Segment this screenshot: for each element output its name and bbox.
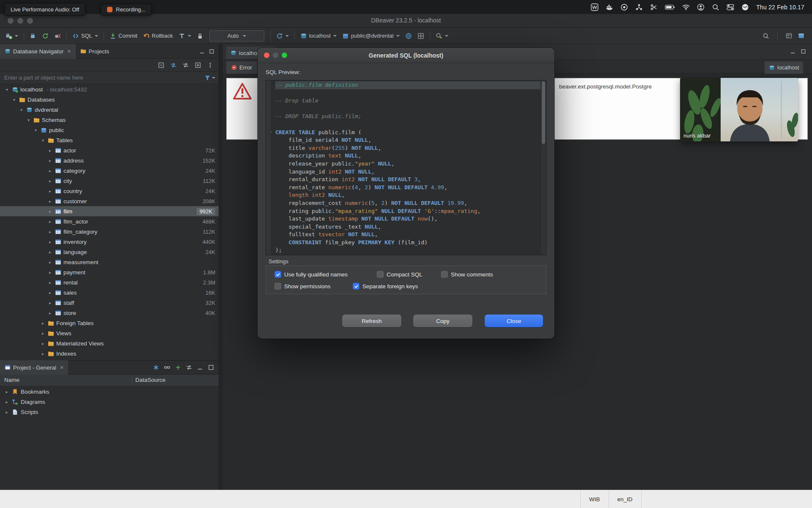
search-icon[interactable] [763,33,769,39]
w-app-icon[interactable] [591,3,598,11]
checkbox-show-comments[interactable]: Show comments [441,271,493,278]
dialog-zoom-button[interactable] [282,52,287,58]
close-button[interactable]: Close [485,315,543,327]
chevron-down-icon[interactable] [285,35,289,37]
chevron-right-icon[interactable]: ▸ [47,311,53,315]
sql-preview-editor[interactable]: -- public.film definition-- Drop table--… [266,80,546,255]
spotlight-icon[interactable] [712,3,719,11]
chevron-right-icon[interactable]: ▸ [47,189,53,193]
tab-error[interactable]: Error [226,61,257,74]
control-center-icon[interactable] [727,3,734,11]
cut-icon[interactable] [650,3,658,11]
commit-button[interactable]: Commit [107,31,140,41]
statusbar-locale[interactable]: en_ID [609,490,641,508]
tree-item-foreign-tables[interactable]: ▸Foreign Tables [0,318,219,328]
close-tab-icon[interactable]: × [60,364,63,371]
swap-icon[interactable] [182,62,189,69]
chevron-right-icon[interactable]: ▸ [40,321,46,326]
chevron-right-icon[interactable]: ▸ [47,168,53,173]
tree-item-sales[interactable]: ▸sales16K [0,287,219,298]
expand-icon[interactable] [195,62,201,69]
tree-item-measurement[interactable]: ▸measurement [0,257,219,267]
chevron-down-icon[interactable] [445,35,448,37]
checked-checkbox-icon[interactable] [274,271,281,278]
chevron-down-icon[interactable]: ▾ [4,87,10,92]
minimize-editor-icon[interactable] [790,49,796,54]
open-perspective-icon[interactable] [786,33,792,39]
account-icon[interactable] [697,3,705,11]
tree-item-film[interactable]: ▸film992K [0,206,219,216]
chevron-down-icon[interactable] [396,35,400,37]
project-item-scripts[interactable]: ▸Scripts [0,407,219,417]
copy-button[interactable]: Copy [413,315,472,327]
dialog-titlebar[interactable]: Generated SQL (localhost) [258,48,554,63]
tree-item-indexes[interactable]: ▸Indexes [0,348,219,359]
connect-button[interactable] [27,31,38,41]
refresh-button[interactable]: Refresh [342,315,401,327]
chevron-right-icon[interactable]: ▸ [47,280,53,285]
docker-icon[interactable] [606,3,613,11]
chevron-right-icon[interactable]: ▸ [40,341,46,346]
checkbox-separate-foreign-keys[interactable]: Separate foreign keys [353,283,418,290]
window-titlebar[interactable]: DBeaver 23.2.5 - localhost [0,14,812,28]
tree-item-schemas[interactable]: ▾Schemas [0,115,219,125]
filter-funnel-icon[interactable] [204,75,215,81]
checkbox-show-permissions[interactable]: Show permissions [274,283,331,290]
statusbar-timezone[interactable]: WIB [580,490,609,508]
tree-item-payment[interactable]: ▸payment1.8M [0,267,219,277]
chevron-down-icon[interactable]: ▾ [11,97,17,102]
tree-item-staff[interactable]: ▸staff32K [0,298,219,308]
minimize-panel-icon[interactable] [199,49,205,54]
chevron-right-icon[interactable]: ▸ [40,351,46,356]
tree-item-film-category[interactable]: ▸film_category112K [0,226,219,237]
tree-item-category[interactable]: ▸category24K [0,166,219,176]
battery-icon[interactable] [665,5,675,10]
layout-icon[interactable] [798,33,804,39]
zoom-edit-button[interactable] [433,31,450,41]
database-button[interactable]: localhost [298,31,339,41]
tree-item-address[interactable]: ▸address152K [0,155,219,166]
chevron-right-icon[interactable]: ▸ [47,301,53,305]
column-datasource[interactable]: DataSource [132,377,165,384]
tree-item-tables[interactable]: ▾Tables [0,135,219,145]
transaction-button[interactable] [176,31,193,41]
chevron-down-icon[interactable]: ▾ [33,128,38,133]
chevron-right-icon[interactable]: ▸ [40,331,46,336]
dialog-close-button[interactable] [264,52,269,58]
panel-splitter[interactable] [219,44,223,490]
fold-marker-icon[interactable] [271,130,272,134]
tab-projects[interactable]: Projects [76,44,114,59]
chevron-right-icon[interactable]: ▸ [47,199,53,204]
disconnect-button[interactable] [52,31,63,41]
checkbox-compact-sql[interactable]: Compact SQL [377,271,422,278]
tab-localhost-right[interactable]: localhost [765,61,803,74]
link-editor-icon[interactable] [170,62,177,69]
chevron-right-icon[interactable]: ▸ [47,158,53,163]
link-icon[interactable] [164,364,170,371]
tab-project-general[interactable]: Project - General × [0,360,68,375]
chevron-right-icon[interactable]: ▸ [47,209,53,214]
chevron-down-icon[interactable] [95,35,98,37]
tree-item-actor[interactable]: ▸actor72K [0,145,219,155]
tab-database-navigator[interactable]: Database Navigator × [0,44,76,59]
tree-item-language[interactable]: ▸language24K [0,247,219,257]
chevron-down-icon[interactable] [188,35,191,37]
chevron-down-icon[interactable]: ▾ [19,108,24,112]
chevron-right-icon[interactable]: ▸ [47,219,53,224]
chevron-right-icon[interactable]: ▸ [4,389,9,394]
chevron-down-icon[interactable] [15,35,18,37]
siri-icon[interactable] [741,3,749,11]
swap-icon[interactable] [186,364,192,371]
tree-item-country[interactable]: ▸country24K [0,186,219,196]
project-item-diagrams[interactable]: ▸Diagrams [0,397,219,407]
plus-icon[interactable] [175,364,181,371]
chevron-right-icon[interactable]: ▸ [47,290,53,295]
chevron-right-icon[interactable]: ▸ [4,400,9,404]
tree-item-databases[interactable]: ▾Databases [0,94,219,105]
wifi-icon[interactable] [682,4,690,10]
checked-checkbox-icon[interactable] [353,283,359,290]
tree-item-views[interactable]: ▸Views [0,328,219,338]
checkbox-use-fully-qualified-names[interactable]: Use fully qualified names [274,271,348,278]
min-icon[interactable] [197,364,203,371]
unchecked-checkbox-icon[interactable] [377,271,384,278]
